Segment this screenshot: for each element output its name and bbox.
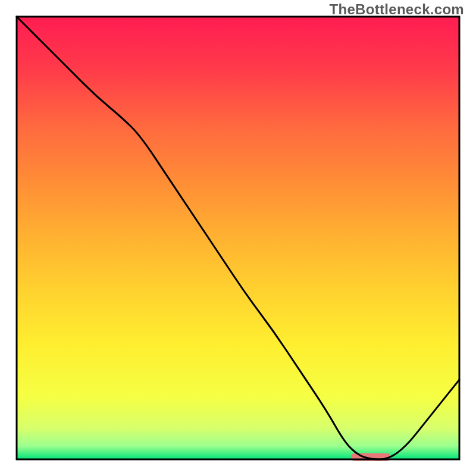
chart-container: { "watermark": "TheBottleneck.com", "cha…	[0, 0, 476, 476]
bottleneck-chart	[0, 0, 476, 476]
watermark-text: TheBottleneck.com	[330, 1, 464, 18]
